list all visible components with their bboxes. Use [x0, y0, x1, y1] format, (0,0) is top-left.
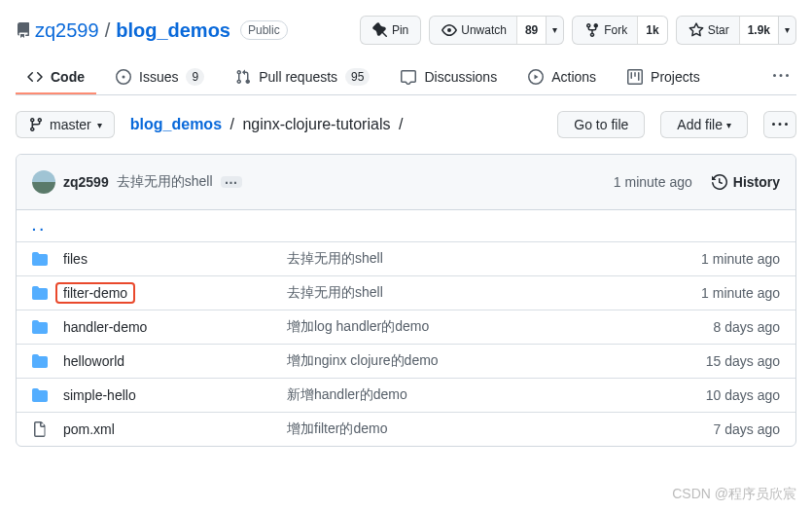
add-file-button[interactable]: Add file ▾ — [660, 111, 748, 138]
unwatch-button[interactable]: Unwatch 89 — [429, 16, 547, 45]
file-icon — [32, 421, 48, 437]
file-commit-age: 10 days ago — [706, 387, 780, 403]
history-link[interactable]: History — [712, 174, 780, 190]
breadcrumb-root[interactable]: blog_demos — [130, 116, 222, 132]
pr-icon — [235, 69, 251, 85]
file-commit-age: 1 minute ago — [701, 251, 780, 267]
file-name-link[interactable]: helloworld — [63, 353, 124, 369]
expand-commit[interactable]: … — [221, 176, 242, 188]
breadcrumb: blog_demos / nginx-clojure-tutorials / — [130, 116, 407, 133]
file-row: pom.xml增加filter的demo7 days ago — [17, 413, 795, 446]
file-name-link[interactable]: files — [63, 251, 88, 267]
file-row: helloworld增加nginx clojure的demo15 days ag… — [17, 345, 795, 379]
file-listing: zq2599 去掉无用的shell … 1 minute ago History… — [16, 154, 796, 447]
pin-icon — [372, 22, 388, 38]
tabs-more[interactable] — [765, 60, 796, 94]
file-commit-age: 7 days ago — [714, 421, 781, 437]
latest-commit-bar: zq2599 去掉无用的shell … 1 minute ago History — [17, 155, 795, 210]
pin-button[interactable]: Pin — [360, 16, 421, 45]
star-caret[interactable]: ▾ — [779, 16, 796, 45]
code-icon — [27, 69, 43, 85]
file-commit-message[interactable]: 增加nginx clojure的demo — [287, 352, 706, 370]
file-name-link[interactable]: pom.xml — [63, 421, 115, 437]
eye-icon — [441, 22, 457, 38]
issues-count: 9 — [186, 68, 204, 86]
path-sep: / — [105, 19, 111, 42]
file-commit-message[interactable]: 增加filter的demo — [287, 420, 714, 438]
star-count: 1.9k — [739, 17, 778, 44]
tab-discussions[interactable]: Discussions — [389, 61, 509, 94]
file-row: filter-demo去掉无用的shell1 minute ago — [17, 276, 795, 310]
folder-icon — [32, 251, 48, 267]
kebab-icon — [773, 68, 789, 84]
file-commit-age: 15 days ago — [706, 353, 780, 369]
fork-icon — [584, 22, 600, 38]
folder-icon — [32, 319, 48, 335]
commit-author[interactable]: zq2599 — [63, 174, 109, 190]
folder-icon — [32, 353, 48, 369]
file-commit-age: 8 days ago — [714, 319, 781, 335]
file-commit-message[interactable]: 增加log handler的demo — [287, 318, 714, 336]
folder-icon — [32, 387, 48, 403]
kebab-icon — [772, 117, 788, 132]
commit-message[interactable]: 去掉无用的shell — [117, 173, 213, 191]
goto-file-button[interactable]: Go to file — [557, 111, 645, 138]
repo-icon — [16, 22, 31, 38]
folder-icon — [32, 285, 48, 301]
commit-age: 1 minute ago — [614, 174, 692, 190]
file-row: simple-hello新增handler的demo10 days ago — [17, 379, 795, 413]
repo-path: zq2599 / blog_demos Public — [16, 19, 352, 42]
tab-projects[interactable]: Projects — [616, 61, 712, 94]
visibility-badge: Public — [240, 20, 288, 40]
branch-select[interactable]: master ▾ — [16, 111, 115, 138]
tab-issues[interactable]: Issues 9 — [104, 60, 216, 95]
pulls-count: 95 — [345, 68, 370, 86]
tab-pulls[interactable]: Pull requests 95 — [224, 60, 381, 95]
breadcrumb-current: nginx-clojure-tutorials — [242, 116, 390, 132]
star-button[interactable]: Star 1.9k — [676, 16, 779, 45]
branch-icon — [28, 117, 44, 132]
play-icon — [528, 69, 544, 85]
file-commit-message[interactable]: 去掉无用的shell — [287, 284, 701, 302]
fork-button[interactable]: Fork 1k — [572, 16, 667, 45]
avatar[interactable] — [32, 170, 55, 194]
issue-icon — [116, 69, 131, 85]
file-commit-message[interactable]: 新增handler的demo — [287, 386, 706, 404]
repo-tabs: Code Issues 9 Pull requests 95 Discussio… — [16, 60, 796, 95]
repo-link[interactable]: blog_demos — [116, 19, 230, 42]
discussion-icon — [401, 69, 416, 85]
file-row: files去掉无用的shell1 minute ago — [17, 242, 795, 276]
fork-count: 1k — [637, 17, 666, 44]
file-name-link[interactable]: handler-demo — [63, 319, 147, 335]
file-commit-message[interactable]: 去掉无用的shell — [287, 250, 701, 268]
history-icon — [712, 174, 727, 190]
tab-actions[interactable]: Actions — [516, 61, 608, 94]
watch-count: 89 — [516, 17, 546, 44]
parent-dir-link[interactable]: . . — [17, 210, 795, 242]
unwatch-caret[interactable]: ▾ — [547, 16, 564, 45]
file-commit-age: 1 minute ago — [701, 285, 780, 301]
highlight-annotation: filter-demo — [55, 282, 135, 304]
owner-link[interactable]: zq2599 — [35, 19, 99, 42]
more-actions-button[interactable] — [763, 111, 796, 138]
star-icon — [688, 22, 704, 38]
file-name-link[interactable]: filter-demo — [63, 285, 127, 301]
file-name-link[interactable]: simple-hello — [63, 387, 136, 403]
file-row: handler-demo增加log handler的demo8 days ago — [17, 310, 795, 345]
project-icon — [627, 69, 643, 85]
tab-code[interactable]: Code — [16, 61, 96, 94]
